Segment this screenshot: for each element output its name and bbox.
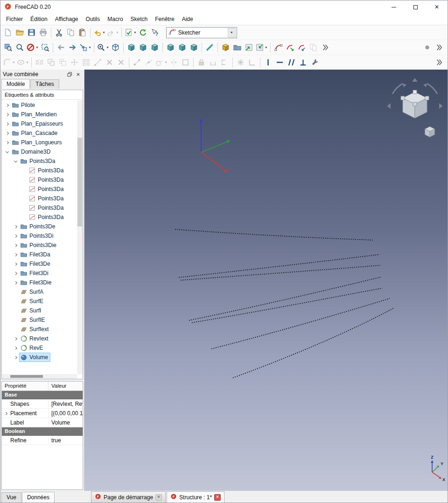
- tree-item-filet3de[interactable]: Filet3De: [2, 259, 77, 269]
- linked-view-button[interactable]: ▼: [78, 41, 92, 54]
- tree-item-points3da[interactable]: Points3Da: [2, 203, 77, 213]
- chevron-right-icon[interactable]: [14, 346, 17, 349]
- create-conic-button[interactable]: ▼: [16, 56, 29, 69]
- tree-item-surfi[interactable]: SurfI: [2, 306, 77, 315]
- chevron-right-icon[interactable]: [6, 103, 9, 106]
- tree-item-domaine3d[interactable]: Domaine3D: [2, 147, 77, 156]
- new-document-button[interactable]: [2, 26, 14, 39]
- expand-arrow[interactable]: [12, 161, 19, 162]
- expand-arrow[interactable]: [12, 347, 19, 349]
- close-button[interactable]: ✕: [426, 0, 448, 14]
- create-part-button[interactable]: [220, 41, 231, 54]
- expand-arrow[interactable]: [4, 151, 11, 153]
- tree-item-filet3da[interactable]: Filet3Da: [2, 250, 77, 259]
- zoom-tools-button[interactable]: ▼: [96, 41, 110, 54]
- fit-all-button[interactable]: [2, 41, 14, 54]
- paste-button[interactable]: [77, 26, 88, 39]
- tree-item-points3da[interactable]: Points3Da: [2, 166, 77, 175]
- view-bottom-button[interactable]: [176, 41, 188, 54]
- fit-selection-button[interactable]: [14, 41, 26, 54]
- 3d-viewport[interactable]: Z Y X: [84, 70, 448, 491]
- constrain-point-on-object-button[interactable]: [143, 56, 154, 69]
- chevron-right-icon[interactable]: [14, 253, 17, 256]
- expand-arrow[interactable]: [12, 272, 19, 275]
- chevron-down-icon[interactable]: ▼: [35, 46, 39, 49]
- tree-item-surfiext[interactable]: SurfIext: [2, 325, 77, 334]
- view-top-button[interactable]: [137, 41, 149, 54]
- copy-geometry-button[interactable]: [57, 56, 69, 69]
- document-tab[interactable]: FStructure : 1*✕: [167, 491, 224, 503]
- menu-sketch[interactable]: Sketch: [127, 14, 152, 24]
- expand-arrow[interactable]: [12, 244, 19, 247]
- chevron-right-icon[interactable]: [14, 337, 17, 340]
- dock-tab-taches[interactable]: Tâches: [30, 79, 59, 89]
- tree-item-points3da[interactable]: Points3Da: [2, 213, 77, 222]
- tree-horizontal-scrollbar[interactable]: [2, 374, 77, 379]
- menu-edition[interactable]: Édition: [27, 14, 51, 24]
- property-row-shapes[interactable]: Shapes[RevIext, Rev: [2, 399, 83, 409]
- print-button[interactable]: [37, 26, 49, 39]
- tree-item-plan_longueurs[interactable]: Plan_Longueurs: [2, 138, 77, 147]
- create-group-button[interactable]: [231, 41, 243, 54]
- tree-item-surfe[interactable]: SurfE: [2, 297, 77, 306]
- sketch-curve-4[interactable]: [189, 277, 381, 320]
- create-sketch-button[interactable]: [273, 41, 284, 54]
- maximize-button[interactable]: [405, 0, 426, 14]
- mirror-sketch-button[interactable]: [34, 56, 45, 69]
- map-sketch-button[interactable]: [296, 41, 308, 54]
- whats-this-button[interactable]: ?: [149, 26, 161, 39]
- execute-macro-button[interactable]: ▼: [124, 26, 137, 39]
- chevron-down-icon[interactable]: ▼: [88, 46, 91, 49]
- expand-arrow[interactable]: [12, 254, 19, 256]
- menu-affichage[interactable]: Affichage: [51, 14, 82, 24]
- dock-tab-modele[interactable]: Modèle: [1, 79, 30, 89]
- chevron-down-icon[interactable]: ▼: [26, 61, 29, 64]
- chevron-right-icon[interactable]: [6, 131, 9, 135]
- expand-arrow[interactable]: [4, 142, 11, 144]
- draw-style-button[interactable]: ▼: [26, 41, 39, 54]
- property-value[interactable]: [(0,00 0,00 1,: [49, 409, 83, 418]
- menu-aide[interactable]: Aide: [178, 14, 197, 24]
- menu-outils[interactable]: Outils: [82, 14, 104, 24]
- view-rear-button[interactable]: [165, 41, 176, 54]
- property-row-refine[interactable]: Refinetrue: [2, 436, 83, 445]
- chevron-right-icon[interactable]: [14, 262, 17, 265]
- box-zoom-button[interactable]: [39, 41, 51, 54]
- chevron-down-icon[interactable]: ▼: [12, 61, 15, 64]
- constrain-perpendicular-button[interactable]: [297, 56, 309, 69]
- property-row-placement[interactable]: Placement[(0,00 0,00 1,: [2, 409, 83, 418]
- constrain-symmetric-button[interactable]: [168, 56, 180, 69]
- chevron-down-icon[interactable]: [14, 159, 17, 162]
- expand-arrow[interactable]: [4, 123, 11, 125]
- make-sub-link-button[interactable]: ▼: [255, 41, 268, 54]
- expand-arrow[interactable]: [4, 132, 11, 135]
- expand-arrow[interactable]: [12, 282, 19, 284]
- tree-item-points3da[interactable]: Points3Da: [2, 194, 77, 203]
- copy-button[interactable]: [65, 26, 77, 39]
- sketch-curve-1[interactable]: [175, 229, 373, 240]
- constrain-parallel-button[interactable]: [286, 56, 297, 69]
- tree-item-surfie[interactable]: SurfIE: [2, 315, 77, 325]
- view-left-button[interactable]: [188, 41, 200, 54]
- nav-forward-button[interactable]: [67, 41, 78, 54]
- dock-float-button[interactable]: [66, 71, 73, 78]
- chevron-right-icon[interactable]: [14, 225, 17, 228]
- property-value[interactable]: [RevIext, Rev: [49, 399, 83, 408]
- view-axonometric-button[interactable]: [110, 41, 121, 54]
- tree-item-points3da[interactable]: Points3Da: [2, 175, 77, 184]
- sketch-curve-3[interactable]: [181, 265, 380, 280]
- expand-arrow[interactable]: [12, 226, 19, 228]
- rectangular-array-button[interactable]: [80, 56, 92, 69]
- property-value[interactable]: true: [49, 436, 83, 445]
- validate-sketch-button[interactable]: [308, 41, 319, 54]
- scrollbar-thumb[interactable]: [10, 375, 43, 378]
- chevron-down-icon[interactable]: ▼: [116, 31, 119, 34]
- chevron-right-icon[interactable]: [14, 243, 17, 247]
- scrollbar-thumb[interactable]: [77, 138, 82, 227]
- constrain-vertical-button[interactable]: [262, 56, 274, 69]
- tree-item-volume[interactable]: Volume: [2, 353, 77, 362]
- delete-all-constraints-button[interactable]: [115, 56, 127, 69]
- edit-sketch-button[interactable]: [284, 41, 296, 54]
- chevron-down-icon[interactable]: ▼: [102, 31, 105, 34]
- view-front-button[interactable]: [126, 41, 137, 54]
